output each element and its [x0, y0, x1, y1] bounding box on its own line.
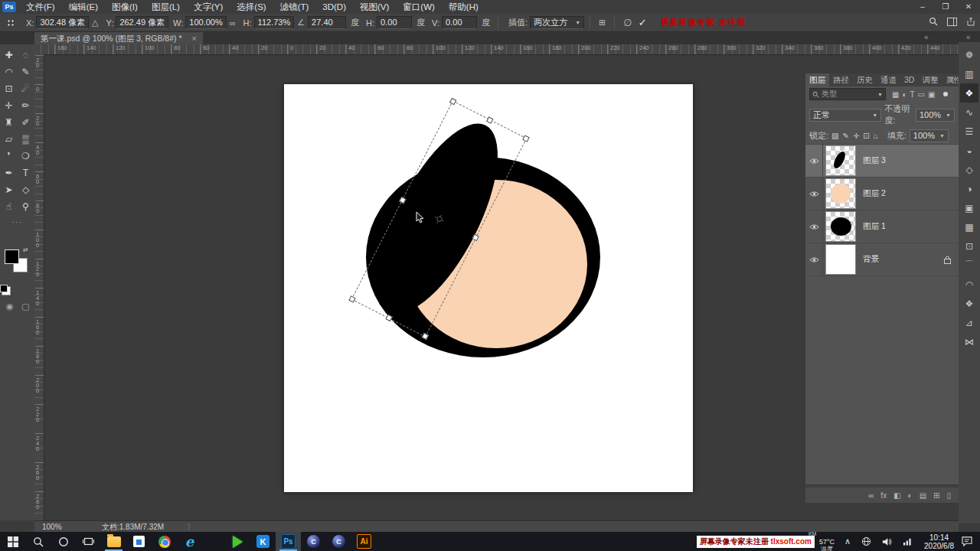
link-dimensions-icon[interactable]: ∞: [230, 18, 236, 28]
collapsed-panel-icon[interactable]: ⊿: [960, 313, 978, 332]
tool-icon[interactable]: ✚: [1, 47, 18, 64]
default-colors-icon[interactable]: [2, 286, 11, 295]
h-ruler[interactable]: 1601401201008060402002040608010012014016…: [34, 44, 959, 55]
layer-thumbnail[interactable]: [825, 211, 856, 242]
c4d-button-2[interactable]: C: [326, 532, 351, 551]
v-ruler[interactable]: 2002040608010012014016018020022024026028…: [34, 54, 44, 520]
file-explorer-button[interactable]: [101, 532, 126, 551]
workspace-icon[interactable]: [947, 18, 957, 26]
collapsed-panel-icon[interactable]: ◒: [960, 141, 978, 160]
tool-icon[interactable]: ◌: [18, 47, 34, 64]
layers-footer-icon[interactable]: ◧: [893, 491, 900, 500]
tool-icon[interactable]: ❜: [1, 148, 18, 165]
layers-footer-icon[interactable]: ▤: [920, 491, 926, 500]
volume-icon[interactable]: [882, 537, 892, 546]
tool-icon[interactable]: ◇: [18, 181, 34, 198]
tool-icon[interactable]: ✐: [18, 114, 34, 131]
layer-row[interactable]: 图层 1: [805, 210, 959, 243]
tool-icon[interactable]: ➤: [1, 181, 18, 198]
layer-search-select[interactable]: 类型 ▼: [809, 88, 886, 100]
screen-mode-button[interactable]: ▢: [21, 302, 29, 311]
layers-footer-icon[interactable]: ⊞: [933, 491, 939, 500]
menu-item[interactable]: 滤镜(T): [273, 0, 316, 14]
tool-icon[interactable]: ✏: [18, 97, 34, 114]
layer-name[interactable]: 背景: [863, 254, 879, 265]
document-tab[interactable]: 第一课.psd @ 100% (图层 3, RGB/8#) * ×: [34, 32, 203, 44]
photoshop-taskbar-button[interactable]: Ps: [276, 532, 301, 551]
layer-filter-icon[interactable]: ▦: [892, 90, 899, 99]
panel-tab[interactable]: 路径: [829, 73, 853, 86]
reference-point-locator[interactable]: [6, 18, 15, 28]
fill-select[interactable]: 100% ▼: [910, 129, 949, 142]
menu-item[interactable]: 帮助(H): [442, 0, 485, 14]
menu-item[interactable]: 视图(V): [353, 0, 396, 14]
tray-expand-chevron[interactable]: ∧: [844, 536, 851, 546]
tool-icon[interactable]: ☄: [18, 80, 34, 97]
tool-icon[interactable]: ▱: [1, 131, 18, 148]
layer-visibility-toggle[interactable]: [805, 243, 823, 276]
transform-handle[interactable]: [399, 197, 406, 204]
collapsed-panel-icon[interactable]: ❁: [960, 45, 978, 64]
collapsed-panel-icon[interactable]: ⋈: [960, 332, 978, 351]
blend-mode-select[interactable]: 正常 ▼: [809, 109, 881, 122]
transform-handle[interactable]: [385, 314, 392, 321]
x-input[interactable]: 302.48 像素: [36, 16, 89, 29]
layer-visibility-toggle[interactable]: [805, 178, 823, 210]
lock-option-icon[interactable]: ✛: [853, 132, 859, 140]
y-input[interactable]: 262.49 像素: [116, 16, 168, 29]
layer-name[interactable]: 图层 1: [863, 221, 886, 232]
collapsed-panel-icon[interactable]: ▦: [960, 217, 978, 236]
collapsed-panel-icon[interactable]: ◑: [960, 179, 978, 198]
minimize-button[interactable]: –: [911, 0, 934, 14]
collapsed-panel-icon[interactable]: ◇: [960, 160, 978, 179]
layer-row[interactable]: 背景: [805, 243, 959, 276]
task-view-button[interactable]: [76, 532, 101, 551]
tool-icon[interactable]: ✒: [1, 165, 18, 181]
lock-option-icon[interactable]: ✎: [843, 132, 849, 140]
close-button[interactable]: ✕: [957, 0, 980, 14]
status-menu-arrow[interactable]: 〉: [187, 522, 194, 533]
swap-colors-icon[interactable]: ⇄: [23, 246, 28, 253]
cortana-button[interactable]: [51, 532, 76, 551]
restore-button[interactable]: ❐: [934, 0, 957, 14]
tool-icon[interactable]: ♜: [1, 114, 18, 131]
collapsed-panel-icon[interactable]: ◠: [960, 275, 978, 294]
taskbar-clock[interactable]: 10:14 2020/6/8: [924, 533, 954, 550]
canvas[interactable]: [284, 84, 693, 492]
collapse-panels-icon[interactable]: «: [924, 33, 929, 41]
taskbar-search-button[interactable]: [25, 532, 51, 551]
cancel-transform-icon[interactable]: ∅: [623, 17, 632, 28]
tool-icon[interactable]: ✛: [1, 97, 18, 114]
layers-footer-icon[interactable]: fx: [880, 491, 887, 500]
menu-item[interactable]: 3D(D): [315, 0, 353, 14]
layer-visibility-toggle[interactable]: [805, 145, 823, 177]
language-globe-icon[interactable]: [861, 536, 871, 546]
layer-row[interactable]: 图层 2: [805, 178, 959, 210]
collapsed-panel-icon[interactable]: ❖: [960, 83, 978, 103]
transform-reference-point[interactable]: [433, 212, 446, 225]
edge-button[interactable]: e: [177, 532, 202, 551]
c4d-button-1[interactable]: C: [301, 532, 326, 551]
menu-item[interactable]: 编辑(E): [62, 0, 105, 14]
tool-icon[interactable]: ⚲: [18, 198, 34, 215]
angle-input[interactable]: 27.40: [308, 16, 346, 29]
collapsed-panel-icon[interactable]: ❖: [960, 294, 978, 313]
zoom-level-field[interactable]: 100%: [42, 523, 80, 531]
commit-transform-icon[interactable]: ✓: [639, 17, 647, 28]
tool-icon[interactable]: ✎: [18, 64, 34, 80]
tool-icon[interactable]: ☝: [1, 198, 18, 215]
network-icon[interactable]: [903, 537, 913, 546]
layers-footer-icon[interactable]: ◐: [908, 491, 913, 500]
menu-item[interactable]: 文字(Y): [187, 0, 230, 14]
interpolation-select[interactable]: 两次立方 ▼: [530, 16, 584, 29]
layers-footer-icon[interactable]: ∞: [868, 491, 874, 500]
collapsed-panel-icon[interactable]: ▥: [960, 64, 978, 83]
height-input[interactable]: 112.73%: [254, 16, 295, 29]
layer-name[interactable]: 图层 3: [863, 155, 886, 166]
opacity-select[interactable]: 100% ▼: [916, 109, 955, 122]
panel-tab[interactable]: 通道: [877, 73, 900, 86]
collapse-strip-icon[interactable]: «: [966, 33, 971, 41]
filter-toggle-dot[interactable]: [943, 92, 948, 96]
k-app-button[interactable]: K: [250, 532, 276, 551]
collapsed-panel-icon[interactable]: ∿: [960, 103, 978, 122]
